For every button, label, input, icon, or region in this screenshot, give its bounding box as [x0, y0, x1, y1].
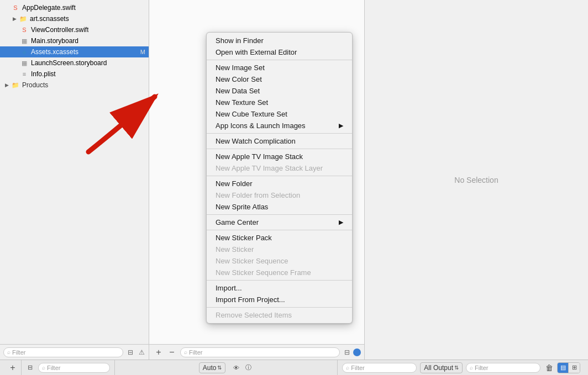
auto-popup-arrow: ⇅ [217, 365, 222, 371]
menu-item-label: New Sticker [216, 245, 254, 253]
storyboard-icon: ▦ [20, 36, 29, 45]
menu-item-import-from-project[interactable]: Import From Project... [207, 294, 352, 305]
menu-item-new-data-set[interactable]: New Data Set [207, 85, 352, 97]
status-filter-placeholder: Filter [47, 365, 60, 371]
menu-item-label: New Folder [216, 179, 252, 188]
sidebar-item-label: art.scnassets [30, 15, 69, 23]
sidebar-item-art-scnassets[interactable]: ▶ 📁 art.scnassets [0, 13, 149, 24]
sidebar-filter-input[interactable]: ⌕ Filter [3, 347, 123, 357]
view-seg-1[interactable]: ▤ [558, 363, 569, 373]
status-auto-section: Auto ⇅ 👁 ⓘ [115, 360, 338, 375]
menu-item-label: New Apple TV Image Stack [216, 152, 303, 161]
sidebar-item-label: Assets.xcassets [31, 48, 78, 56]
swift-file-icon: S [20, 25, 29, 34]
status-output-section: ⌕ Filter All Output ⇅ ⌕ Filter 🗑 ▤ ⊞ [338, 360, 584, 375]
menu-separator-8 [207, 307, 352, 308]
sidebar-item-products[interactable]: ▶ 📁 Products [0, 80, 149, 91]
menu-item-new-sticker: New Sticker [207, 244, 352, 255]
filter-hierarchy-icon[interactable]: ⊟ [25, 363, 35, 373]
add-asset-button[interactable]: + [153, 346, 165, 358]
sidebar: S AppDelegate.swift ▶ 📁 art.scnassets S … [0, 0, 149, 360]
menu-item-label: Open with External Editor [216, 48, 297, 56]
sidebar-item-appdelegate[interactable]: S AppDelegate.swift [0, 2, 149, 13]
menu-item-import[interactable]: Import... [207, 282, 352, 294]
status-filter2-placeholder: Filter [351, 365, 364, 371]
swift-file-icon: S [11, 3, 20, 12]
menu-item-label: Remove Selected Items [216, 311, 292, 319]
menu-item-app-icons-launch[interactable]: App Icons & Launch Images ▶ [207, 120, 352, 131]
disclosure-triangle: ▶ [11, 15, 18, 22]
menu-item-label: New Apple TV Image Stack Layer [216, 164, 323, 172]
menu-item-new-sticker-pack[interactable]: New Sticker Pack [207, 232, 352, 244]
menu-item-show-in-finder[interactable]: Show in Finder [207, 35, 352, 46]
plist-icon: ≡ [20, 70, 29, 78]
storyboard-icon: ▦ [20, 59, 29, 67]
menu-item-new-texture-set[interactable]: New Texture Set [207, 97, 352, 108]
sidebar-item-info-plist[interactable]: ≡ Info.plist [0, 68, 149, 80]
submenu-arrow-game-center-icon: ▶ [339, 219, 343, 226]
menu-item-new-apple-tv-image-stack[interactable]: New Apple TV Image Stack [207, 151, 352, 162]
status-add-section: + [4, 360, 22, 375]
status-bar: + ⊟ ⌕ Filter Auto ⇅ 👁 ⓘ ⌕ Filter All Out… [0, 360, 588, 375]
asset-hierarchy-icon[interactable]: ⊟ [342, 347, 352, 357]
menu-separator-1 [207, 60, 352, 60]
modified-badge: M [140, 49, 145, 55]
menu-item-remove-selected: Remove Selected Items [207, 309, 352, 321]
menu-item-new-color-set[interactable]: New Color Set [207, 73, 352, 85]
menu-item-new-sprite-atlas[interactable]: New Sprite Atlas [207, 201, 352, 213]
auto-popup[interactable]: Auto ⇅ [199, 362, 226, 373]
sidebar-warning-icon[interactable]: ⚠ [136, 347, 146, 357]
menu-separator-2 [207, 133, 352, 134]
asset-filter-placeholder: Filter [189, 349, 202, 356]
sidebar-item-label: Products [22, 81, 48, 89]
group-folder-icon: 📁 [11, 81, 20, 89]
sidebar-item-assets-xcassets[interactable]: ◈ Assets.xcassets M [0, 46, 149, 57]
menu-item-new-folder-from-selection: New Folder from Selection [207, 189, 352, 201]
view-seg-2[interactable]: ⊞ [569, 363, 580, 373]
menu-item-label: New Sticker Pack [216, 234, 272, 242]
all-output-popup[interactable]: All Output ⇅ [420, 362, 463, 373]
status-filter-input[interactable]: ⌕ Filter [38, 363, 110, 373]
no-selection-area: No Selection [365, 0, 588, 360]
sidebar-item-label: Main.storyboard [31, 37, 78, 45]
sidebar-item-viewcontroller[interactable]: S ViewController.swift [0, 24, 149, 35]
asset-filter-input[interactable]: ⌕ Filter [180, 347, 340, 357]
menu-item-game-center[interactable]: Game Center ▶ [207, 216, 352, 228]
menu-item-new-sticker-sequence: New Sticker Sequence [207, 255, 352, 267]
status-filter-section: ⊟ ⌕ Filter [22, 360, 115, 375]
sidebar-item-label: LaunchScreen.storyboard [31, 59, 107, 67]
remove-asset-button[interactable]: − [166, 346, 178, 358]
menu-item-label: New Sprite Atlas [216, 203, 268, 211]
auto-label: Auto [203, 364, 217, 372]
menu-separator-4 [207, 176, 352, 176]
trash-button[interactable]: 🗑 [544, 362, 555, 373]
sidebar-item-label: Info.plist [31, 70, 56, 78]
view-toggle: ▤ ⊞ [557, 362, 580, 373]
status-add-button[interactable]: + [8, 363, 18, 373]
menu-separator-7 [207, 280, 352, 281]
sidebar-item-main-storyboard[interactable]: ▦ Main.storyboard [0, 35, 149, 46]
menu-item-new-watch-complication[interactable]: New Watch Complication [207, 135, 352, 147]
disclosure-triangle: ▶ [3, 82, 10, 88]
menu-separator-6 [207, 230, 352, 230]
menu-item-label: New Texture Set [216, 98, 268, 107]
all-output-label: All Output [424, 364, 453, 372]
menu-item-new-apple-tv-image-stack-layer: New Apple TV Image Stack Layer [207, 162, 352, 174]
menu-item-new-sticker-sequence-frame: New Sticker Sequence Frame [207, 267, 352, 278]
menu-item-label: New Color Set [216, 75, 262, 83]
sidebar-item-launch-storyboard[interactable]: ▦ LaunchScreen.storyboard [0, 57, 149, 68]
menu-item-new-cube-texture-set[interactable]: New Cube Texture Set [207, 108, 352, 120]
menu-item-new-folder[interactable]: New Folder [207, 178, 352, 189]
status-filter2-input[interactable]: ⌕ Filter [342, 363, 417, 373]
status-filter3-placeholder: Filter [475, 365, 488, 371]
menu-item-label: New Watch Complication [216, 137, 296, 145]
status-eye-icon[interactable]: 👁 [231, 363, 241, 373]
sidebar-filter-placeholder: Filter [12, 349, 25, 356]
asset-color-dot [353, 348, 361, 356]
menu-item-new-image-set[interactable]: New Image Set [207, 62, 352, 73]
sidebar-hierarchy-icon[interactable]: ⊟ [125, 347, 135, 357]
status-filter3-input[interactable]: ⌕ Filter [466, 363, 540, 373]
menu-item-open-external[interactable]: Open with External Editor [207, 46, 352, 58]
status-info-icon[interactable]: ⓘ [243, 363, 253, 373]
file-tree: S AppDelegate.swift ▶ 📁 art.scnassets S … [0, 0, 149, 344]
